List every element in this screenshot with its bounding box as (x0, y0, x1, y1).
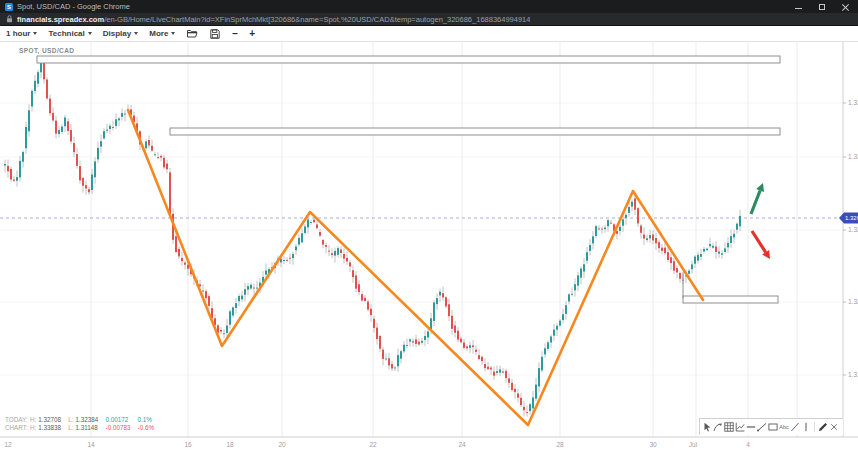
today-change-pct: 0.1% (138, 416, 152, 424)
window-title: Spot, USD/CAD - Google Chrome (17, 2, 791, 11)
save-icon[interactable] (209, 28, 221, 40)
chevron-down-icon (88, 32, 92, 35)
drawing-toolbar: Abc (699, 418, 843, 435)
legend-row-today: TODAY: H: 1.32708 L: 1.32384 0.00172 0.1… (5, 416, 154, 424)
price-level-box[interactable] (683, 296, 778, 303)
legend-row-chart: CHART: H: 1.33838 L: 1.31148 -0.00783 -0… (5, 424, 154, 432)
chart-change-pct: -0.6% (138, 424, 154, 432)
chevron-down-icon (171, 32, 175, 35)
window-titlebar: S Spot, USD/CAD - Google Chrome (0, 0, 858, 13)
chevron-down-icon (134, 32, 138, 35)
chart-area: 1.3351.331.3251.321.31512141618202224283… (0, 42, 858, 454)
y-tick-label: 1.335 (848, 99, 858, 106)
browser-window: S Spot, USD/CAD - Google Chrome financia… (0, 0, 858, 454)
url-text: financials.spreadex.com/en-GB/Home/LiveC… (17, 15, 530, 24)
horizontal-line-icon[interactable] (746, 421, 756, 433)
url-domain: financials.spreadex.com (17, 15, 104, 24)
close-icon[interactable] (842, 3, 849, 10)
maximize-icon[interactable] (819, 4, 825, 10)
price-level-box[interactable] (37, 56, 780, 63)
more-dropdown[interactable]: More (149, 29, 175, 38)
x-tick-label: 24 (458, 441, 466, 448)
timeframe-dropdown[interactable]: 1 hour (6, 29, 37, 38)
chart-high: 1.33838 (38, 424, 68, 432)
x-tick-label: 30 (649, 441, 657, 448)
green-arrow-icon[interactable] (751, 190, 760, 214)
today-low: 1.32384 (76, 416, 106, 424)
lock-icon (6, 15, 13, 23)
display-dropdown[interactable]: Display (103, 29, 138, 38)
x-tick-label: 28 (556, 441, 564, 448)
symbol-label: SPOT, USD/CAD (19, 47, 74, 54)
cursor-icon[interactable] (702, 421, 712, 433)
chart-low: 1.31148 (76, 424, 106, 432)
current-price-value: 1.32645 (845, 215, 858, 221)
x-tick-label: 22 (369, 441, 377, 448)
crosshair-arrow-icon[interactable] (713, 421, 723, 433)
trend-line-icon[interactable] (757, 421, 767, 433)
ray-line-icon[interactable] (790, 421, 800, 433)
y-tick-label: 1.33 (848, 153, 858, 160)
rectangle-icon[interactable] (768, 421, 778, 433)
zoom-in-button[interactable]: + (249, 29, 255, 39)
x-tick-label: 18 (226, 441, 234, 448)
chart-canvas[interactable]: 1.3351.331.3251.321.31512141618202224283… (0, 42, 858, 454)
chart-change: -0.00783 (106, 424, 138, 432)
address-bar[interactable]: financials.spreadex.com/en-GB/Home/LiveC… (0, 13, 858, 26)
technical-dropdown[interactable]: Technical (48, 29, 91, 38)
grid-icon[interactable] (724, 421, 734, 433)
today-change: 0.00172 (106, 416, 138, 424)
x-tick-label: 20 (278, 441, 286, 448)
window-controls (795, 3, 849, 10)
pencil-icon[interactable] (818, 421, 828, 433)
close-tools-icon[interactable] (829, 421, 839, 433)
x-tick-label: 16 (184, 441, 192, 448)
toolbar-divider (814, 422, 815, 432)
url-path: /en-GB/Home/LiveChartMain?id=XFinSprMchM… (104, 15, 530, 24)
chevron-down-icon (33, 32, 37, 35)
today-high: 1.32708 (38, 416, 68, 424)
y-tick-label: 1.325 (848, 226, 858, 233)
x-tick-label: Jul (689, 441, 698, 448)
chart-toolbar: 1 hour Technical Display More (0, 26, 858, 42)
spreadex-favicon: S (5, 3, 13, 11)
x-tick-label: 4 (746, 441, 750, 448)
y-tick-label: 1.315 (848, 371, 858, 378)
x-tick-label: 14 (87, 441, 95, 448)
minimize-icon[interactable] (795, 5, 802, 9)
text-icon[interactable]: Abc (779, 421, 789, 433)
x-tick-label: 12 (4, 441, 12, 448)
price-level-box[interactable] (170, 128, 780, 135)
ohlc-legend: TODAY: H: 1.32708 L: 1.32384 0.00172 0.1… (5, 416, 154, 431)
zoom-out-button[interactable]: − (232, 29, 238, 39)
red-arrow-icon[interactable] (752, 231, 766, 252)
chart-axes-icon[interactable] (735, 421, 745, 433)
open-folder-icon[interactable] (186, 28, 198, 40)
y-tick-label: 1.32 (848, 298, 858, 305)
vertical-line-icon[interactable] (801, 421, 811, 433)
